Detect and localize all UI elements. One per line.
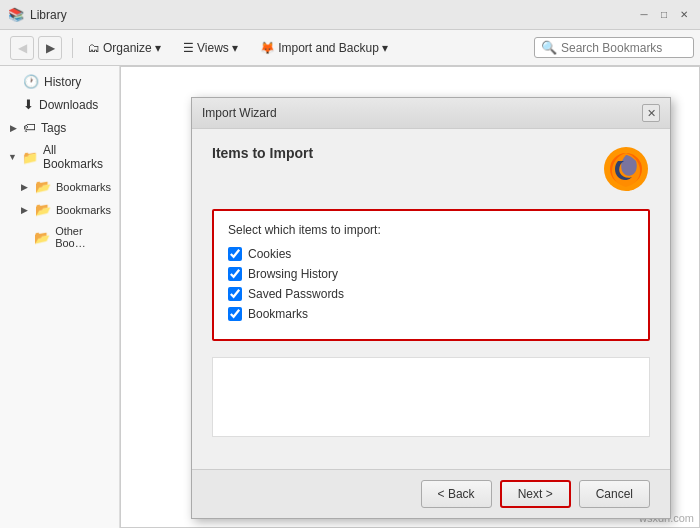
- sidebar-label-tags: Tags: [41, 121, 66, 135]
- saved-passwords-checkbox[interactable]: [228, 287, 242, 301]
- modal-titlebar: Import Wizard ✕: [192, 98, 670, 129]
- checkbox-bookmarks: Bookmarks: [228, 307, 634, 321]
- cancel-dialog-button[interactable]: Cancel: [579, 480, 650, 508]
- selection-box: Select which items to import: Cookies Br…: [212, 209, 650, 341]
- title-bar: 📚 Library ─ □ ✕: [0, 0, 700, 30]
- toolbar: ◀ ▶ 🗂 Organize ▾ ☰ Views ▾ 🦊 Import and …: [0, 30, 700, 66]
- import-wizard-dialog: Import Wizard ✕ Items to Import: [191, 97, 671, 519]
- browsing-history-label[interactable]: Browsing History: [248, 267, 338, 281]
- minimize-button[interactable]: ─: [636, 7, 652, 23]
- sidebar-item-downloads[interactable]: ⬇ Downloads: [0, 93, 119, 116]
- sidebar-item-history[interactable]: 🕐 History: [0, 70, 119, 93]
- window-controls: ─ □ ✕: [636, 7, 692, 23]
- expander-all-bookmarks: ▼: [8, 152, 17, 162]
- checkbox-browsing-history: Browsing History: [228, 267, 634, 281]
- import-backup-label: Import and Backup ▾: [278, 41, 388, 55]
- window-title: Library: [30, 8, 67, 22]
- bookmarks-label[interactable]: Bookmarks: [248, 307, 308, 321]
- sidebar-label-all-bookmarks: All Bookmarks: [43, 143, 111, 171]
- sidebar-label-bookmarks-toolbar: Bookmarks: [56, 204, 111, 216]
- bookmarks-toolbar-icon: 📂: [35, 202, 51, 217]
- empty-content-area: [212, 357, 650, 437]
- modal-heading: Items to Import: [212, 145, 313, 161]
- sidebar-item-all-bookmarks[interactable]: ▼ 📁 All Bookmarks: [0, 139, 119, 175]
- expander-bookmarks-menu: ▶: [20, 182, 30, 192]
- import-icon: 🦊: [260, 41, 275, 55]
- main-area: 🕐 History ⬇ Downloads ▶ 🏷 Tags ▼ 📁 All B…: [0, 66, 700, 528]
- next-dialog-button[interactable]: Next >: [500, 480, 571, 508]
- nav-controls: ◀ ▶: [6, 36, 66, 60]
- expander-tags: ▶: [8, 123, 18, 133]
- sidebar-item-other-bookmarks[interactable]: 📂 Other Boo…: [0, 221, 119, 253]
- bookmarks-checkbox[interactable]: [228, 307, 242, 321]
- back-dialog-button[interactable]: < Back: [421, 480, 492, 508]
- bookmarks-menu-icon: 📂: [35, 179, 51, 194]
- cookies-checkbox[interactable]: [228, 247, 242, 261]
- content-area: Import Wizard ✕ Items to Import: [120, 66, 700, 528]
- firefox-logo: [602, 145, 650, 193]
- separator-1: [72, 38, 73, 58]
- sidebar-label-other-bookmarks: Other Boo…: [55, 225, 111, 249]
- other-bookmarks-icon: 📂: [34, 230, 50, 245]
- modal-overlay: Import Wizard ✕ Items to Import: [121, 67, 699, 527]
- expander-bookmarks-toolbar: ▶: [20, 205, 30, 215]
- close-window-button[interactable]: ✕: [676, 7, 692, 23]
- modal-footer: < Back Next > Cancel: [192, 469, 670, 518]
- modal-body: Items to Import Select which items to im: [192, 129, 670, 469]
- sidebar-label-bookmarks-menu: Bookmarks: [56, 181, 111, 193]
- search-icon: 🔍: [541, 40, 557, 55]
- tags-icon: 🏷: [23, 120, 36, 135]
- downloads-icon: ⬇: [23, 97, 34, 112]
- search-box[interactable]: 🔍: [534, 37, 694, 58]
- views-button[interactable]: ☰ Views ▾: [174, 37, 247, 59]
- modal-title: Import Wizard: [202, 106, 277, 120]
- forward-button[interactable]: ▶: [38, 36, 62, 60]
- modal-header: Items to Import: [212, 145, 650, 193]
- checkbox-cookies: Cookies: [228, 247, 634, 261]
- saved-passwords-label[interactable]: Saved Passwords: [248, 287, 344, 301]
- sidebar-label-history: History: [44, 75, 81, 89]
- organize-label: Organize ▾: [103, 41, 161, 55]
- sidebar-label-downloads: Downloads: [39, 98, 98, 112]
- checkbox-saved-passwords: Saved Passwords: [228, 287, 634, 301]
- browsing-history-checkbox[interactable]: [228, 267, 242, 281]
- sidebar-item-bookmarks-menu[interactable]: ▶ 📂 Bookmarks: [0, 175, 119, 198]
- sidebar-item-bookmarks-toolbar[interactable]: ▶ 📂 Bookmarks: [0, 198, 119, 221]
- views-label: Views ▾: [197, 41, 238, 55]
- selection-label: Select which items to import:: [228, 223, 634, 237]
- all-bookmarks-icon: 📁: [22, 150, 38, 165]
- modal-close-button[interactable]: ✕: [642, 104, 660, 122]
- history-icon: 🕐: [23, 74, 39, 89]
- cookies-label[interactable]: Cookies: [248, 247, 291, 261]
- back-button[interactable]: ◀: [10, 36, 34, 60]
- organize-icon: 🗂: [88, 41, 100, 55]
- import-backup-button[interactable]: 🦊 Import and Backup ▾: [251, 37, 397, 59]
- maximize-button[interactable]: □: [656, 7, 672, 23]
- app-icon: 📚: [8, 7, 24, 22]
- organize-button[interactable]: 🗂 Organize ▾: [79, 37, 170, 59]
- search-input[interactable]: [561, 41, 691, 55]
- views-icon: ☰: [183, 41, 194, 55]
- sidebar-item-tags[interactable]: ▶ 🏷 Tags: [0, 116, 119, 139]
- sidebar: 🕐 History ⬇ Downloads ▶ 🏷 Tags ▼ 📁 All B…: [0, 66, 120, 528]
